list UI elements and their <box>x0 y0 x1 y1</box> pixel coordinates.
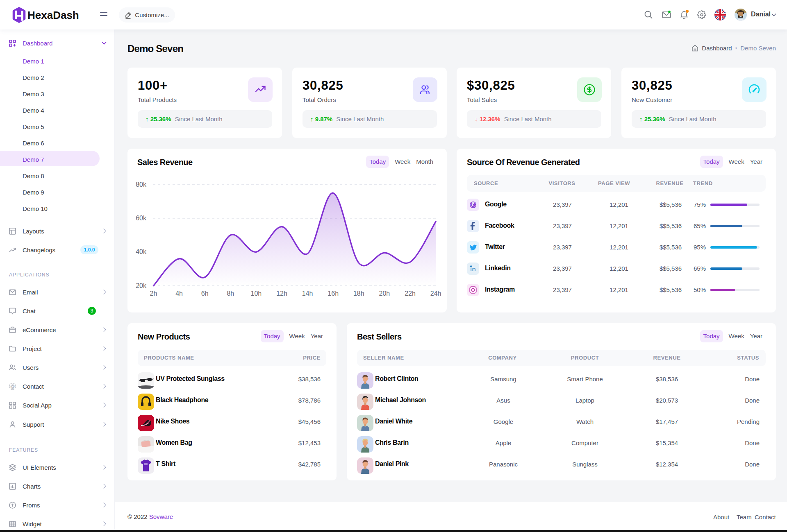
svg-text:8h: 8h <box>227 290 234 297</box>
svg-text:22h: 22h <box>405 290 416 297</box>
svg-text:12h: 12h <box>276 290 287 297</box>
svg-text:20k: 20k <box>136 282 147 289</box>
svg-text:2h: 2h <box>150 290 157 297</box>
svg-text:4h: 4h <box>175 290 183 297</box>
svg-text:10h: 10h <box>251 290 262 297</box>
svg-text:20h: 20h <box>379 290 390 297</box>
svg-text:16h: 16h <box>328 290 339 297</box>
svg-text:60k: 60k <box>136 215 147 222</box>
svg-text:14h: 14h <box>302 290 313 297</box>
svg-text:40k: 40k <box>136 248 147 255</box>
svg-text:G: G <box>470 200 476 209</box>
svg-text:80k: 80k <box>136 181 147 188</box>
svg-text:6h: 6h <box>201 290 209 297</box>
svg-text:18h: 18h <box>353 290 364 297</box>
svg-text:24h: 24h <box>430 290 441 297</box>
